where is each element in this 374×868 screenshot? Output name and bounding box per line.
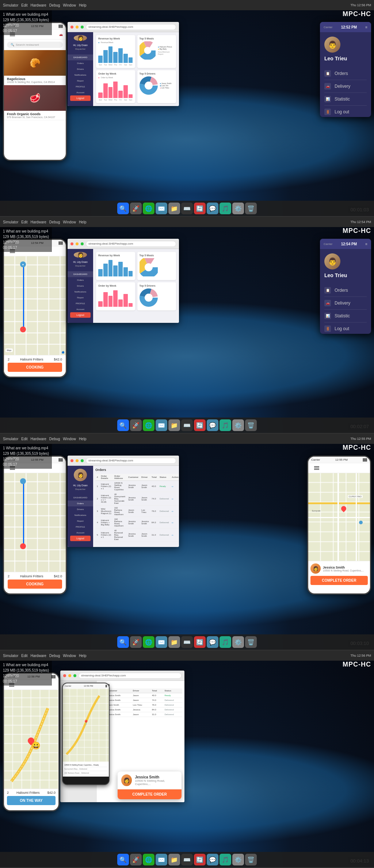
t2-trash[interactable]: 🗑️ — [245, 419, 257, 431]
close-4[interactable] — [63, 674, 66, 677]
iphone-3[interactable]: Carrier 12:55 PM ▓▓ 2 Halo — [3, 456, 67, 595]
menu-win-4[interactable]: Window — [63, 654, 76, 658]
max-3[interactable] — [81, 459, 84, 462]
t4-music[interactable]: 🎵 — [220, 854, 231, 865]
menu-profile-2[interactable]: PROFILE — [68, 301, 93, 306]
close-dot-2[interactable] — [70, 242, 73, 245]
menu-profile[interactable]: PROFILE — [68, 84, 93, 90]
m-report-3[interactable]: Report — [68, 518, 93, 524]
m-orders-3[interactable]: Orders — [68, 501, 93, 506]
menu-notifications-2[interactable]: Notifications — [68, 289, 93, 295]
restaurant-item-fog[interactable]: 🥩 Fresh Organic Goods 979 Brannan St, Sa… — [4, 85, 66, 120]
menu-window-2[interactable]: Window — [63, 220, 76, 224]
menu-dbg-4[interactable]: Debug — [49, 654, 60, 658]
t3-slack[interactable]: 💬 — [207, 636, 218, 648]
menu-drivers-2[interactable]: Drivers — [68, 283, 93, 289]
driver-orders-item[interactable]: 📋 Orders — [324, 67, 367, 80]
t3-fz[interactable]: 🔄 — [194, 636, 206, 648]
t3-term[interactable]: ⌨️ — [181, 636, 193, 648]
menu-bar-1[interactable]: Simulator Edit Hardware Debug Window Hel… — [3, 3, 86, 7]
t4-trash[interactable]: 🗑️ — [245, 854, 257, 865]
t4-browser[interactable]: 🌐 — [143, 854, 154, 865]
t3-mail[interactable]: ✉️ — [156, 636, 167, 648]
t3-trash[interactable]: 🗑️ — [245, 636, 257, 648]
t3-launch[interactable]: 🚀 — [130, 636, 142, 648]
taskbar-trash[interactable]: 🗑️ — [245, 203, 257, 214]
menu-edit-4[interactable]: Edit — [21, 654, 27, 658]
menu-hw-4[interactable]: Hardware — [30, 654, 46, 658]
t3-music[interactable]: 🎵 — [220, 636, 231, 648]
iphone-2[interactable]: Carrier 12:54 PM ▓▓ ● 📍 — [3, 239, 67, 378]
driver-panel-1[interactable]: Carrier 12:52 PM ≡ 👨 Leo Trieu 📋 Orders … — [320, 22, 371, 117]
menu-simulator-2[interactable]: Simulator — [3, 220, 18, 224]
menu-account-2[interactable]: Account — [68, 306, 93, 312]
t2-fz[interactable]: 🔄 — [194, 419, 206, 431]
t2-music[interactable]: 🎵 — [220, 419, 231, 431]
on-way-button[interactable]: ON THE WAY — [7, 796, 56, 805]
browser-url[interactable]: streaming-deal.SHEPtechapp.com — [86, 24, 176, 30]
menu-edit-2[interactable]: Edit — [21, 220, 27, 224]
taskbar-launchpad[interactable]: 🚀 — [130, 203, 142, 214]
url-3[interactable]: streaming-deal.SHEPtechapp.com — [86, 458, 176, 464]
menu-bar-3[interactable]: Simulator Edit Hardware Debug Window Hel… — [3, 437, 86, 441]
menu-hlp-4[interactable]: Help — [79, 654, 87, 658]
taskbar-finder[interactable]: 🔍 — [117, 203, 129, 214]
min-dot-2[interactable] — [76, 242, 79, 245]
menu-win-3[interactable]: Window — [63, 437, 76, 441]
menu-simulator[interactable]: Simulator — [3, 3, 18, 7]
taskbar-files[interactable]: 📁 — [168, 203, 180, 214]
max-4[interactable] — [73, 674, 76, 677]
t2-mail[interactable]: ✉️ — [156, 419, 167, 431]
menu-hw-3[interactable]: Hardware — [30, 437, 46, 441]
search-bar[interactable]: 🔍 Search restaurant — [7, 42, 63, 48]
cooking-button[interactable]: COOKING — [8, 363, 62, 372]
t3-files[interactable]: 📁 — [168, 636, 180, 648]
browser-url-2[interactable]: streaming-deal.SHEPtechapp.com — [86, 241, 176, 247]
taskbar-slack[interactable]: 💬 — [207, 203, 218, 214]
iphone-3b[interactable]: Carrier 12:55 PM ▓▓ CUPERTI — [307, 456, 371, 595]
t4-slack[interactable]: 💬 — [207, 854, 218, 865]
t4-term[interactable]: ⌨️ — [181, 854, 193, 865]
hamburger-icon-2[interactable]: ≡ — [365, 242, 367, 246]
m-drivers-3[interactable]: Drivers — [68, 506, 93, 512]
min-4[interactable] — [68, 674, 71, 677]
menu-debug-2[interactable]: Debug — [49, 220, 60, 224]
customer-card-4[interactable]: 👩 Jessica Smith 10500 N Stelling Road, C… — [118, 771, 182, 799]
menu-account[interactable]: Account — [68, 90, 93, 95]
dashboard-1[interactable]: streaming-deal.SHEPtechapp.com 👩 Hi, Lil… — [68, 22, 179, 106]
t4-finder[interactable]: 🔍 — [117, 854, 129, 865]
statistic-item-2[interactable]: 📊 Statistic — [324, 310, 367, 322]
taskbar-browser[interactable]: 🌐 — [143, 203, 154, 214]
menu-debug[interactable]: Debug — [49, 3, 60, 7]
menu-bar-2[interactable]: Simulator Edit Hardware Debug Window Hel… — [3, 220, 86, 224]
menu-help-2[interactable]: Help — [79, 220, 87, 224]
menu-edit-3[interactable]: Edit — [21, 437, 27, 441]
hamburger-3b[interactable] — [311, 465, 322, 471]
min-dot[interactable] — [76, 26, 79, 29]
menu-sim-4[interactable]: Simulator — [3, 654, 18, 658]
iphone-4-left[interactable]: Carrier 12:56 PM ▓▓ — [3, 672, 60, 811]
dashboard-3[interactable]: streaming-deal.SHEPtechapp.com 👩 Hi, Lil… — [68, 456, 179, 547]
taskbar-filezilla[interactable]: 🔄 — [194, 203, 206, 214]
min-3[interactable] — [76, 459, 79, 462]
menu-report[interactable]: Report — [68, 78, 93, 84]
m-notif-3[interactable]: Notifications — [68, 512, 93, 518]
taskbar-mail[interactable]: ✉️ — [156, 203, 167, 214]
m-dashboard-3[interactable]: DASHBOARD — [68, 495, 93, 501]
logout-button[interactable]: Logout — [70, 95, 91, 101]
close-3[interactable] — [70, 459, 73, 462]
logout-button-2[interactable]: Logout — [70, 312, 91, 318]
t4-mail[interactable]: ✉️ — [156, 854, 167, 865]
max-dot[interactable] — [81, 26, 84, 29]
t2-finder[interactable]: 🔍 — [117, 419, 129, 431]
complete-order-btn-4[interactable]: COMPLETE ORDER — [118, 789, 182, 799]
m-profile-3[interactable]: PROFILE — [68, 524, 93, 530]
hamburger-driver-icon[interactable]: ≡ — [365, 25, 367, 29]
cooking-button-3[interactable]: COOKING — [8, 580, 62, 589]
iphone-1[interactable]: Carrier 12:52 PM ▓▓ 🚗 🔍 Search restauran… — [3, 22, 67, 161]
t2-term[interactable]: ⌨️ — [181, 419, 193, 431]
taskbar-terminal[interactable]: ⌨️ — [181, 203, 193, 214]
t3-settings[interactable]: ⚙️ — [232, 636, 244, 648]
menu-orders-2[interactable]: Orders — [68, 277, 93, 283]
menu-window[interactable]: Window — [63, 3, 76, 7]
